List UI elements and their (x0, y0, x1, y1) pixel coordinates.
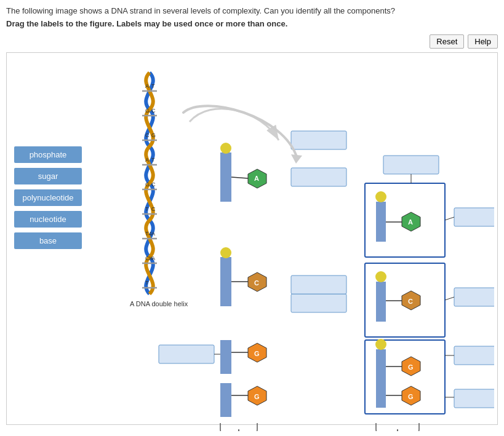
instruction-line2: Drag the labels to the figure. Labels ma… (6, 19, 498, 28)
svg-text:G: G (151, 132, 156, 138)
sugar-rect-2 (376, 202, 386, 242)
diagram-area: A G C A G T T4 CK T T C G T C C A A A DN… (88, 60, 490, 417)
svg-text:A DNA double helix: A DNA double helix (130, 300, 188, 307)
svg-text:C: C (151, 108, 156, 114)
sugar-rect-1 (220, 153, 231, 202)
dropbox-nucleotide-right[interactable] (454, 208, 494, 226)
svg-text:G: G (408, 363, 414, 371)
dropbox-top-right[interactable] (291, 131, 346, 149)
dropbox-bottom-left[interactable] (291, 294, 346, 312)
dropbox-G-left[interactable] (159, 345, 214, 363)
dropbox-C[interactable] (291, 275, 346, 294)
svg-text:T: T (151, 157, 155, 163)
main-container: phosphate sugar polynucleotide nucleotid… (6, 52, 498, 425)
svg-text:T: T (151, 83, 155, 89)
svg-text:G: G (254, 393, 260, 400)
svg-text:C: C (408, 298, 413, 305)
svg-line-39 (445, 297, 454, 300)
sugar-rect-G1 (220, 340, 231, 374)
phosphate-circle-1 (220, 143, 231, 154)
svg-text:G: G (145, 181, 150, 188)
labels-panel: phosphate sugar polynucleotide nucleotid… (14, 60, 82, 417)
svg-text:A: A (145, 157, 149, 163)
dropbox-A[interactable] (291, 168, 346, 186)
svg-text:A: A (254, 175, 259, 182)
phosphate-circle-4 (375, 271, 386, 282)
instruction-line1: The following image shows a DNA strand i… (6, 6, 498, 15)
label-sugar[interactable]: sugar (14, 168, 82, 184)
svg-text:A: A (145, 83, 149, 89)
help-button[interactable]: Help (468, 34, 498, 49)
label-nucleotide[interactable]: nucleotide (14, 211, 82, 228)
svg-text:C: C (254, 279, 259, 287)
svg-text:C: C (151, 206, 156, 212)
dropbox-C-right[interactable] (454, 288, 494, 306)
svg-text:A: A (151, 231, 155, 237)
dropbox-G-right-bottom[interactable] (454, 389, 494, 408)
sugar-rect-G3 (376, 349, 386, 389)
dropbox-G-right-top[interactable] (454, 346, 494, 365)
svg-text:C: C (145, 132, 150, 138)
svg-text:T: T (145, 280, 149, 286)
phosphate-circle-3 (220, 247, 231, 258)
svg-text:T: T (145, 206, 149, 212)
svg-text:T4: T4 (145, 231, 152, 237)
sugar-rect-G2 (220, 383, 231, 417)
label-phosphate[interactable]: phosphate (14, 146, 82, 163)
dropbox-nucleotide-top[interactable] (383, 156, 439, 174)
sugar-rect-3 (220, 257, 231, 306)
label-polynucleotide[interactable]: polynucleotide (14, 189, 82, 206)
sugar-rect-G4 (376, 389, 386, 408)
svg-line-34 (445, 217, 454, 220)
svg-text:C: C (151, 181, 156, 188)
phosphate-circle-2 (375, 191, 386, 202)
label-base[interactable]: base (14, 232, 82, 249)
svg-marker-51 (291, 154, 302, 164)
svg-text:A: A (408, 218, 413, 226)
sugar-rect-4 (376, 282, 386, 322)
toolbar: Reset Help (6, 34, 498, 49)
svg-text:G: G (145, 108, 150, 114)
svg-text:G: G (254, 350, 260, 357)
phosphate-circle-G1 (375, 339, 386, 350)
reset-button[interactable]: Reset (430, 34, 464, 49)
diagram-svg: A G C A G T T4 CK T T C G T C C A A A DN… (88, 60, 494, 431)
svg-line-29 (231, 177, 248, 178)
svg-text:A: A (151, 255, 155, 261)
svg-text:G: G (408, 393, 414, 400)
